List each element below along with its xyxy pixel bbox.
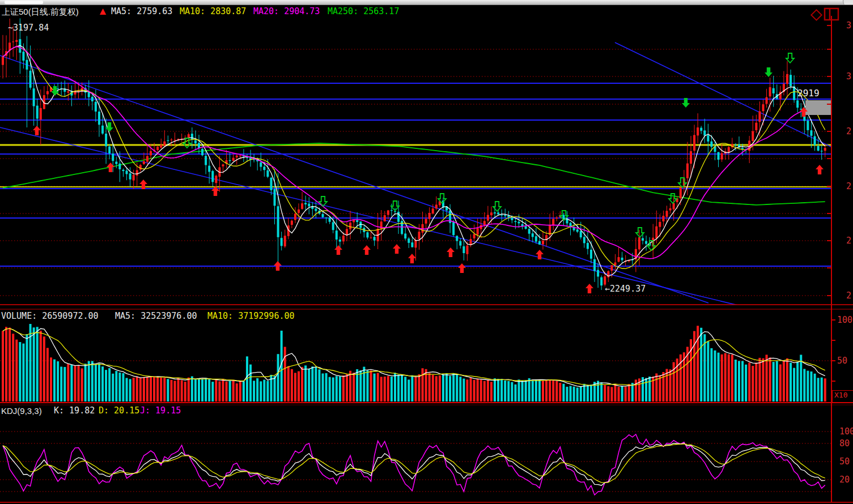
candlestick xyxy=(301,203,303,209)
sell-signal-arrow xyxy=(765,67,773,77)
volume-bar xyxy=(211,382,214,402)
volume-bar xyxy=(418,374,420,402)
candlestick xyxy=(143,161,145,164)
volume-bar xyxy=(101,366,104,402)
volume-ma5-legend[interactable]: MA5: 32523976.00 xyxy=(115,311,197,321)
volume-bar xyxy=(803,369,805,402)
volume-bar xyxy=(635,379,637,402)
kdj-title[interactable]: KDJ(9,3,3) xyxy=(1,406,42,416)
candlestick xyxy=(456,236,458,241)
candlestick xyxy=(542,241,544,245)
volume-bar xyxy=(618,387,620,402)
sell-signal-arrow xyxy=(105,122,113,132)
candlestick xyxy=(528,229,531,234)
volume-bar xyxy=(308,369,310,402)
ma10-legend[interactable]: MA10: 2830.87 xyxy=(180,7,246,16)
candlestick xyxy=(752,131,754,141)
candlestick xyxy=(483,221,486,225)
candlestick xyxy=(194,140,197,143)
candlestick xyxy=(253,159,255,160)
volume-bar xyxy=(786,358,788,402)
volume-bar xyxy=(181,380,183,402)
candlestick xyxy=(384,215,386,221)
candlestick xyxy=(167,140,169,141)
volume-bar xyxy=(710,348,712,402)
volume-bar xyxy=(587,385,589,402)
ma5-legend[interactable]: MA5: 2759.63 xyxy=(111,7,172,16)
kdj-panel xyxy=(0,432,831,495)
candlestick xyxy=(205,156,207,165)
candlestick xyxy=(2,57,4,65)
volume-bar xyxy=(336,376,338,402)
diamond-icon[interactable] xyxy=(808,7,824,23)
candlestick xyxy=(710,142,712,147)
candlestick xyxy=(133,175,135,181)
candlestick xyxy=(40,108,42,119)
volume-bar xyxy=(122,373,124,402)
price-axis-label: 2 xyxy=(846,236,851,246)
candlestick xyxy=(452,222,455,235)
volume-bar xyxy=(504,381,506,402)
volume-bar xyxy=(741,361,744,402)
volume-ma10-legend[interactable]: MA10: 37192996.00 xyxy=(207,311,295,321)
ma20-legend[interactable]: MA20: 2904.73 xyxy=(253,7,320,16)
candlestick xyxy=(101,126,104,134)
price-axis-label: 3 xyxy=(846,71,851,82)
kdj-k-legend: K: 19.82 xyxy=(54,406,95,416)
candlestick xyxy=(600,277,602,286)
candlestick xyxy=(115,161,117,164)
volume-bar xyxy=(277,354,279,402)
volume-bar xyxy=(721,354,723,402)
candlestick xyxy=(538,241,541,245)
volume-bar xyxy=(607,386,609,402)
volume-bar xyxy=(363,367,365,402)
volume-bar xyxy=(610,387,613,402)
candlestick xyxy=(786,74,788,84)
candlestick xyxy=(466,246,468,254)
volume-bar xyxy=(346,374,348,402)
kdj-d-legend: D: 20.15 xyxy=(99,406,139,416)
candlestick xyxy=(487,215,489,220)
volume-bar xyxy=(728,354,730,402)
volume-bar xyxy=(532,381,534,402)
volume-bar xyxy=(490,382,493,402)
candlestick xyxy=(315,208,317,211)
candlestick xyxy=(215,176,217,183)
volume-bar xyxy=(40,331,42,402)
candlestick xyxy=(329,217,331,222)
split-window-icon[interactable] xyxy=(823,7,840,23)
candlestick xyxy=(821,151,823,151)
candlestick xyxy=(532,233,534,237)
candlestick xyxy=(425,219,427,223)
volume-bar xyxy=(329,377,331,402)
volume-bar xyxy=(284,347,286,402)
volume-bar xyxy=(184,382,186,402)
volume-bar xyxy=(456,374,458,402)
volume-bar xyxy=(507,381,510,402)
ma250-legend[interactable]: MA250: 2563.17 xyxy=(328,7,399,16)
volume-bar xyxy=(57,361,59,402)
volume-bar xyxy=(112,374,114,402)
volume-bar xyxy=(22,344,24,402)
candlestick xyxy=(810,130,812,136)
kdj-axis-label: 20 xyxy=(839,475,850,485)
volume-bar xyxy=(573,387,575,402)
volume-bar xyxy=(821,378,823,402)
volume-bar xyxy=(53,360,56,402)
candlestick xyxy=(514,221,516,222)
volume-bar xyxy=(253,381,255,402)
volume-bar xyxy=(449,376,451,402)
volume-bar xyxy=(462,378,465,402)
candlestick xyxy=(284,236,286,246)
volume-bar xyxy=(191,377,193,402)
candlestick xyxy=(728,147,730,152)
candlestick xyxy=(718,152,720,160)
volume-bar xyxy=(773,362,775,402)
volume-bar xyxy=(339,376,341,402)
candlestick xyxy=(697,127,699,135)
chart-canvas[interactable]: 33222210050100805020 xyxy=(0,0,853,504)
candlestick xyxy=(22,52,24,61)
candlestick xyxy=(105,134,107,146)
volume-bar xyxy=(174,381,176,402)
volume-bar xyxy=(349,371,351,402)
